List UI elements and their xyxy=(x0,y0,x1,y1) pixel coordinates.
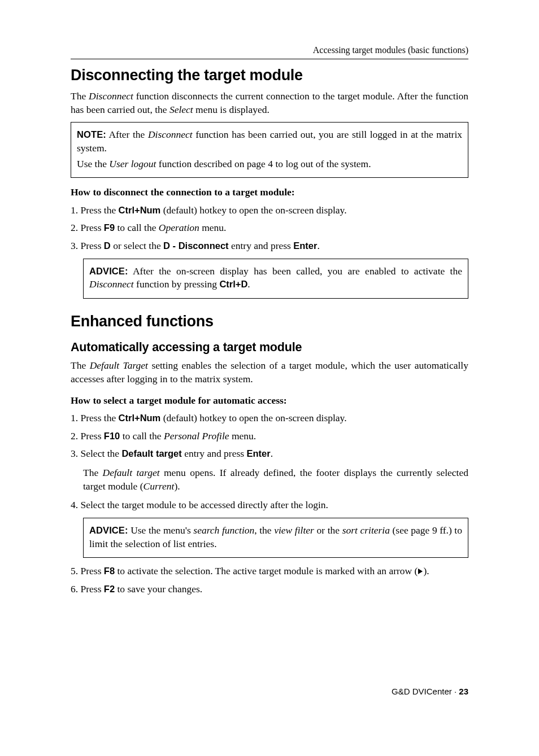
howto-heading-1: How to disconnect the connection to a ta… xyxy=(71,186,468,199)
steps-list-2: 1. Press the Ctrl+Num (default) hotkey t… xyxy=(71,412,468,461)
step-3: 3. Press D or select the D - Disconnect … xyxy=(71,239,468,253)
running-head: Accessing target modules (basic function… xyxy=(71,44,468,56)
page-number: 23 xyxy=(459,687,468,696)
steps-list-2b: 4. Select the target module to be access… xyxy=(71,499,468,512)
section-title-disconnecting: Disconnecting the target module xyxy=(71,65,468,85)
step-2-5: 5. Press F8 to activate the selection. T… xyxy=(71,565,468,578)
footer-text: G&D DVICenter · xyxy=(392,687,459,696)
advice-box-1: ADVICE: After the on-screen display has … xyxy=(83,259,468,299)
note-box: NOTE: After the Disconnect function has … xyxy=(71,122,468,178)
intro-paragraph: The Disconnect function disconnects the … xyxy=(71,90,468,116)
section-title-enhanced: Enhanced functions xyxy=(71,311,468,331)
advice-label-1: ADVICE: xyxy=(89,266,128,276)
step-1: 1. Press the Ctrl+Num (default) hotkey t… xyxy=(71,204,468,217)
svg-marker-0 xyxy=(418,569,423,574)
advice-label-2: ADVICE: xyxy=(89,525,128,535)
step-3-sub: The Default target menu opens. If alread… xyxy=(83,466,468,493)
arrow-icon xyxy=(418,568,423,575)
header-rule xyxy=(71,59,468,59)
step-2-3: 3. Select the Default target entry and p… xyxy=(71,447,468,461)
step-2: 2. Press F9 to call the Operation menu. xyxy=(71,221,468,235)
subsection-title-auto: Automatically accessing a target module xyxy=(71,339,468,356)
step-2-4: 4. Select the target module to be access… xyxy=(71,499,468,512)
step-2-1: 1. Press the Ctrl+Num (default) hotkey t… xyxy=(71,412,468,425)
advice-box-2: ADVICE: Use the menu's search function, … xyxy=(83,518,468,558)
steps-list-2c: 5. Press F8 to activate the selection. T… xyxy=(71,565,468,596)
note-label: NOTE: xyxy=(77,129,106,139)
step-2-6: 6. Press F2 to save your changes. xyxy=(71,583,468,596)
howto-heading-2: How to select a target module for automa… xyxy=(71,394,468,408)
steps-list-1: 1. Press the Ctrl+Num (default) hotkey t… xyxy=(71,204,468,253)
intro-paragraph-2: The Default Target setting enables the s… xyxy=(71,359,468,386)
page-footer: G&D DVICenter · 23 xyxy=(71,686,468,697)
step-2-2: 2. Press F10 to call the Personal Profil… xyxy=(71,430,468,443)
page: Accessing target modules (basic function… xyxy=(0,0,539,726)
